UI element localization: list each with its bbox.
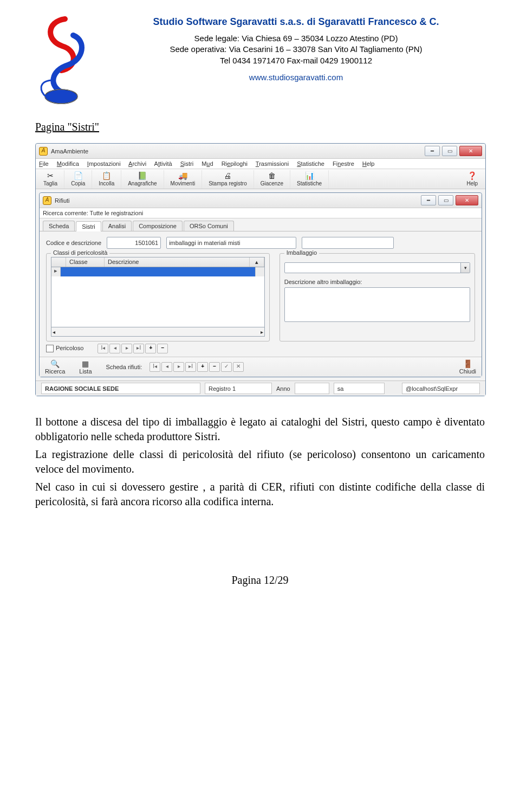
nav-next[interactable]: ▸ [121, 344, 132, 353]
footer-toolbar: 🔍 Ricerca ▦ Lista Scheda rifiuti: І◂ ◂ ▸ [40, 357, 482, 377]
grid-col-descrizione[interactable]: Descrizione [105, 257, 250, 267]
status-anno-label: Anno [276, 385, 290, 392]
child-title: Rifiuti [55, 197, 70, 204]
status-bar: RAGIONE SOCIALE SEDE Registro 1 Anno sa … [36, 381, 485, 396]
child-app-icon: A [43, 196, 51, 205]
tel-fax: Tel 0434 1971470 Fax-mail 0429 1900112 [107, 55, 485, 66]
stats-icon: 📊 [297, 171, 322, 180]
menu-finestre[interactable]: Finestre [333, 160, 354, 167]
menu-help[interactable]: Help [362, 160, 375, 167]
grid-header: Classe Descrizione ▴ [51, 257, 265, 267]
chevron-down-icon[interactable]: ▾ [460, 263, 470, 273]
child-minimize-button[interactable]: ━ [421, 195, 436, 205]
main-window-titlebar: A AmaAmbiente ━ ▭ ✕ [36, 144, 485, 159]
child-close-button[interactable]: ✕ [456, 195, 478, 205]
sr-add[interactable]: + [197, 362, 208, 372]
scheda-rifiuti-label: Scheda rifiuti: [106, 364, 142, 370]
footer-ricerca[interactable]: 🔍 Ricerca [45, 359, 65, 375]
grid-rowselector [51, 257, 66, 267]
nav-prev[interactable]: ◂ [109, 344, 120, 353]
tab-analisi[interactable]: Analisi [102, 221, 132, 231]
tool-movimenti[interactable]: 🚚Movimenti [164, 170, 203, 189]
pericoloso-checkbox[interactable]: Pericoloso [46, 345, 83, 352]
close-button[interactable]: ✕ [459, 146, 482, 156]
tool-taglia[interactable]: ✂Taglia [37, 170, 64, 189]
tool-anagrafiche[interactable]: 📗Anagrafiche [121, 170, 164, 189]
menu-statistiche[interactable]: Statistiche [297, 160, 324, 167]
maximize-button[interactable]: ▭ [442, 146, 457, 156]
status-anno [295, 383, 329, 394]
company-logo [35, 16, 98, 106]
addr-legal: Sede legale: Via Chiesa 69 – 35034 Lozzo… [107, 33, 485, 44]
child-window-rifiuti: A Rifiuti ━ ▭ ✕ Ricerca corrente: Tutte … [39, 192, 482, 377]
menu-archivi[interactable]: Archivi [128, 160, 146, 167]
grid-selected-row[interactable] [61, 267, 255, 276]
paragraph-3: Nel caso in cui si dovessero gestire , a… [35, 480, 485, 509]
menu-mud[interactable]: Mud [202, 160, 213, 167]
print-icon: 🖨 [209, 171, 247, 180]
tool-help[interactable]: ❓Help [460, 170, 484, 189]
classi-legend: Classi di pericolosità [51, 249, 109, 256]
menu-riepiloghi[interactable]: Riepiloghi [222, 160, 248, 167]
menu-attivita[interactable]: Attività [154, 160, 172, 167]
menu-impostazioni[interactable]: Impostazioni [87, 160, 121, 167]
minimize-button[interactable]: ━ [425, 146, 440, 156]
menu-sistri[interactable]: Sistri [180, 160, 193, 167]
tab-sistri[interactable]: Sistri [76, 221, 101, 231]
tab-scheda[interactable]: Scheda [43, 221, 75, 231]
app-title: AmaAmbiente [51, 148, 88, 154]
codice-label: Codice e descrizione [46, 240, 101, 246]
status-registro: Registro 1 [205, 383, 272, 394]
grid-scroll-up[interactable]: ▴ [250, 257, 264, 267]
menu-trasmissioni[interactable]: Trasmissioni [256, 160, 289, 167]
sr-cancel[interactable]: ✕ [233, 362, 244, 372]
tabs: Scheda Sistri Analisi Composizione ORSo … [40, 218, 482, 231]
menu-modifica[interactable]: Modifica [57, 160, 79, 167]
paragraph-1: Il bottone a discesa del tipo di imballa… [35, 415, 485, 444]
footer-chiudi[interactable]: 🚪 Chiudi [459, 359, 476, 375]
nav-first[interactable]: І◂ [98, 344, 108, 353]
tool-copia[interactable]: 📄Copia [64, 170, 92, 189]
sr-first[interactable]: І◂ [150, 362, 160, 372]
desc-altro-textarea[interactable] [284, 287, 470, 322]
section-title: Pagina "Sistri" [35, 121, 485, 133]
sr-next[interactable]: ▸ [173, 362, 184, 372]
imballaggio-combo[interactable]: ▾ [284, 262, 470, 273]
extra-field[interactable] [302, 237, 394, 249]
addr-operative: Sede operativa: Via Cesarini 16 – 33078 … [107, 44, 485, 55]
menu-file[interactable]: File [39, 160, 49, 167]
search-label: Ricerca corrente: Tutte le registrazioni [43, 210, 143, 216]
nav-del[interactable]: − [157, 344, 168, 353]
truck-icon: 🚚 [171, 171, 196, 180]
grid-col-classe[interactable]: Classe [66, 257, 105, 267]
tool-statistiche[interactable]: 📊Statistiche [290, 170, 329, 189]
descrizione-field[interactable]: imballaggi in materiali misti [166, 237, 296, 249]
copy-icon: 📄 [71, 171, 85, 180]
app-screenshot: A AmaAmbiente ━ ▭ ✕ File Modifica Impost… [35, 143, 486, 396]
footer-lista[interactable]: ▦ Lista [79, 359, 92, 375]
child-maximize-button[interactable]: ▭ [438, 195, 453, 205]
scheda-nav: І◂ ◂ ▸ ▸І + − ✓ ✕ [150, 362, 244, 372]
bin-icon: 🗑 [261, 171, 283, 180]
cut-icon: ✂ [43, 171, 57, 180]
codice-field[interactable]: 1501061 [107, 237, 161, 249]
sr-ok[interactable]: ✓ [221, 362, 232, 372]
tool-incolla[interactable]: 📋Incolla [92, 170, 121, 189]
tab-orso-comuni[interactable]: ORSo Comuni [184, 221, 234, 231]
sr-last[interactable]: ▸І [185, 362, 196, 372]
search-icon: 🔍 [45, 359, 65, 368]
grid-scroll-left[interactable]: ◂ [53, 329, 55, 335]
sr-prev[interactable]: ◂ [161, 362, 172, 372]
status-host: @localhost\SqlExpr [402, 383, 480, 394]
tool-stampa-registro[interactable]: 🖨Stampa registro [202, 170, 254, 189]
nav-last[interactable]: ▸І [133, 344, 144, 353]
tool-giacenze[interactable]: 🗑Giacenze [254, 170, 290, 189]
page-number: Pagina 12/29 [35, 574, 485, 587]
website: www.studiosgaravatti.com [107, 73, 485, 82]
grid-body[interactable]: ▸ [51, 267, 265, 327]
sr-del[interactable]: − [209, 362, 220, 372]
nav-add[interactable]: + [145, 344, 156, 353]
grid-scroll-right[interactable]: ▸ [261, 329, 263, 335]
paste-icon: 📋 [99, 171, 114, 180]
tab-composizione[interactable]: Composizione [133, 221, 183, 231]
